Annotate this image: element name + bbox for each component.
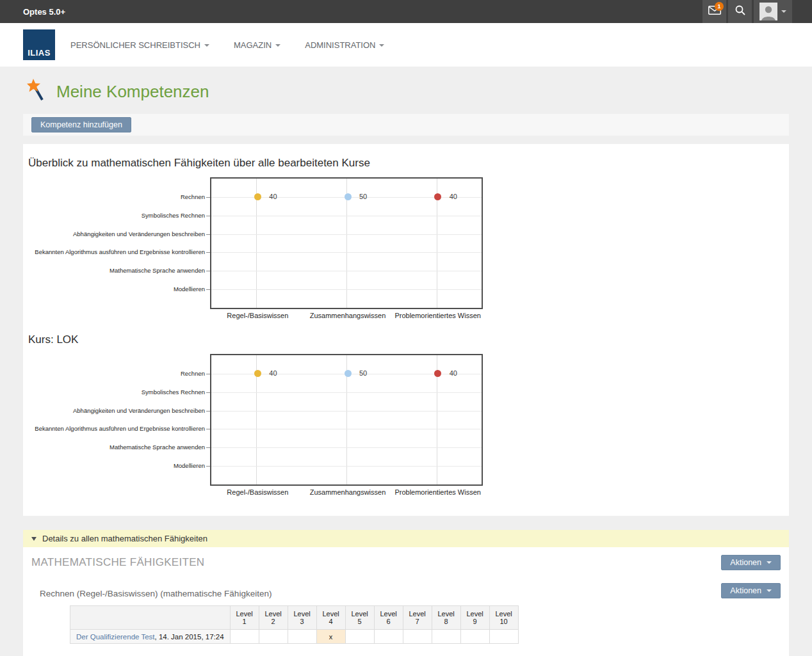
level-column-header: Level 2 <box>259 606 288 630</box>
chart-point <box>254 370 261 377</box>
chart-point <box>434 193 441 200</box>
search-icon <box>735 5 745 18</box>
chart-point-value: 40 <box>269 369 277 377</box>
nav-items: PERSÖNLICHER SCHREIBTISCHMAGAZINADMINIST… <box>70 40 384 50</box>
user-menu-button[interactable] <box>754 0 792 23</box>
nav-item-label: PERSÖNLICHER SCHREIBTISCH <box>70 40 200 50</box>
competence-wand-icon <box>27 79 46 105</box>
y-axis-label: Symbolisches Rechnen <box>26 388 205 396</box>
toolbar: Kompetenz hinzufügen <box>23 114 789 136</box>
horizontal-gridline <box>211 429 482 429</box>
top-bar-actions: 1 <box>702 0 792 23</box>
actions-button[interactable]: Aktionen <box>721 555 781 570</box>
mail-button[interactable]: 1 <box>702 0 726 23</box>
y-axis-label: Modellieren <box>26 285 205 292</box>
y-axis-label: Abhängigkeiten und Veränderungen beschre… <box>26 407 205 414</box>
level-cell <box>403 630 432 644</box>
chevron-down-icon <box>379 44 384 47</box>
chart-plot-area: 405040 <box>210 354 483 486</box>
level-cell <box>288 630 316 644</box>
entry-cell: Der Qualifizierende Test, 14. Jan 2015, … <box>70 630 231 644</box>
ilias-logo[interactable]: ILIAS <box>23 29 55 60</box>
skill-block-header: Rechnen (Regel-/Basiswissen) (mathematis… <box>31 583 781 598</box>
nav-item-magazin[interactable]: MAGAZIN <box>234 40 280 50</box>
level-cell <box>374 630 403 644</box>
chart-plot-area: 405040 <box>210 177 483 309</box>
y-axis-tick <box>206 447 210 448</box>
y-axis-tick <box>206 374 210 374</box>
nav-item-pers-nlicher-schreibtisch[interactable]: PERSÖNLICHER SCHREIBTISCH <box>70 40 209 50</box>
level-cell-marked: x <box>316 630 345 644</box>
skills-section-header: MATHEMATISCHE FÄHIGKEITEN Aktionen <box>31 555 781 570</box>
y-axis-tick <box>206 271 210 271</box>
y-axis-label: Bekannten Algorithmus ausführen und Erge… <box>26 425 205 432</box>
chevron-down-icon <box>204 44 209 47</box>
table-corner-cell <box>70 606 231 630</box>
add-competence-label: Kompetenz hinzufügen <box>40 120 122 129</box>
chart-point <box>345 193 352 200</box>
chevron-down-icon <box>781 10 786 13</box>
horizontal-gridline <box>211 411 482 412</box>
chart-title: Überblick zu mathematischen Fähigkeiten … <box>28 157 784 177</box>
y-axis-label: Rechnen <box>26 370 205 377</box>
skill-blocks: Rechnen (Regel-/Basiswissen) (mathematis… <box>31 583 781 656</box>
y-axis-label: Modellieren <box>26 462 205 469</box>
level-cell <box>345 630 374 644</box>
level-cell <box>230 630 259 644</box>
chevron-down-icon <box>275 44 280 47</box>
chart-point-value: 50 <box>359 193 367 200</box>
y-axis-label: Rechnen <box>26 193 205 200</box>
level-column-header: Level 6 <box>374 606 403 630</box>
competence-charts-panel: Überblick zu mathematischen Fähigkeiten … <box>23 144 789 516</box>
chevron-down-icon <box>767 589 772 592</box>
x-axis-label: Problemorientiertes Wissen <box>384 312 492 319</box>
level-table: Level 1Level 2Level 3Level 4Level 5Level… <box>70 605 519 644</box>
chart-title: Kurs: LOK <box>28 324 784 354</box>
level-column-header: Level 1 <box>230 606 259 630</box>
level-column-header: Level 9 <box>460 606 489 630</box>
horizontal-gridline <box>211 234 482 235</box>
chart-point <box>434 370 441 377</box>
skills-section: MATHEMATISCHE FÄHIGKEITEN Aktionen Rechn… <box>23 547 789 656</box>
y-axis-tick <box>206 234 210 235</box>
level-column-header: Level 8 <box>432 606 460 630</box>
page-title: Meine Kompetenzen <box>56 82 209 102</box>
skill-heading: Rechnen (Regel-/Basiswissen) (mathematis… <box>31 589 272 598</box>
level-column-header: Level 3 <box>288 606 316 630</box>
y-axis-tick <box>206 411 210 412</box>
nav-item-administration[interactable]: ADMINISTRATION <box>305 40 384 50</box>
competence-chart: 405040RechnenSymbolisches RechnenAbhängi… <box>210 177 485 324</box>
table-row: Der Qualifizierende Test, 14. Jan 2015, … <box>70 630 519 644</box>
test-link[interactable]: Der Qualifizierende Test <box>76 633 155 641</box>
add-competence-button[interactable]: Kompetenz hinzufügen <box>31 117 131 132</box>
mail-badge: 1 <box>715 2 724 11</box>
y-axis-label: Symbolisches Rechnen <box>26 212 205 219</box>
y-axis-label: Abhängigkeiten und Veränderungen beschre… <box>26 230 205 237</box>
app-title: Optes 5.0+ <box>23 7 65 17</box>
details-banner-label: Details zu allen mathematischen Fähigkei… <box>42 534 207 543</box>
y-axis-tick <box>206 429 210 429</box>
level-cell <box>489 630 518 644</box>
chart-point-value: 40 <box>450 193 457 200</box>
horizontal-gridline <box>211 216 482 216</box>
search-button[interactable] <box>728 0 752 23</box>
nav-item-label: ADMINISTRATION <box>305 40 375 50</box>
chart-point-value: 40 <box>269 193 277 200</box>
horizontal-gridline <box>211 466 482 467</box>
main-nav: ILIAS PERSÖNLICHER SCHREIBTISCHMAGAZINAD… <box>0 23 812 67</box>
avatar <box>759 3 777 20</box>
y-axis-tick <box>206 216 210 216</box>
entry-date: , 14. Jan 2015, 17:24 <box>155 633 224 641</box>
skills-section-title: MATHEMATISCHE FÄHIGKEITEN <box>31 556 204 569</box>
y-axis-label: Mathematische Sprache anwenden <box>26 444 205 451</box>
top-bar: Optes 5.0+ 1 <box>0 0 812 23</box>
y-axis-tick <box>206 289 210 290</box>
chart-point <box>254 193 261 200</box>
chart-point-value: 40 <box>450 369 457 377</box>
level-cell <box>460 630 489 644</box>
actions-button[interactable]: Aktionen <box>721 583 781 598</box>
details-accordion-toggle[interactable]: Details zu allen mathematischen Fähigkei… <box>23 530 789 547</box>
level-column-header: Level 7 <box>403 606 432 630</box>
chart-point-value: 50 <box>359 369 367 377</box>
y-axis-label: Mathematische Sprache anwenden <box>26 267 205 274</box>
